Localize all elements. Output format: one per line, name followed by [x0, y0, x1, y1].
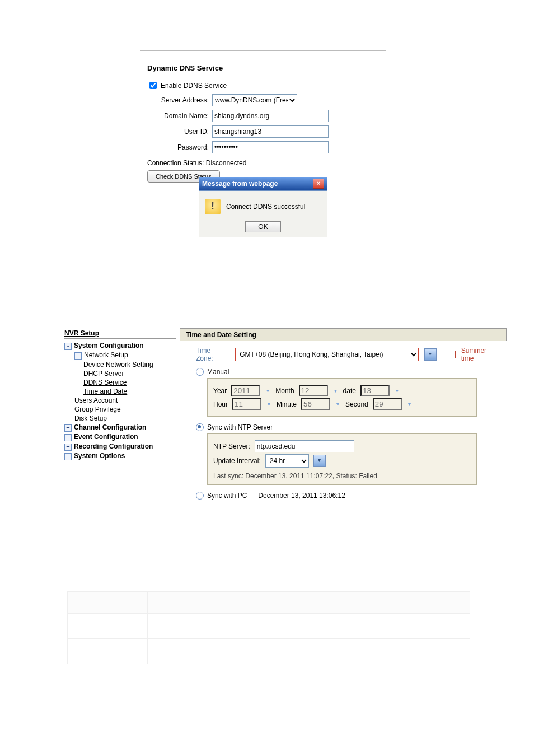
- manual-radio[interactable]: [196, 368, 204, 376]
- user-id-label: User ID:: [147, 128, 212, 136]
- chevron-down-icon[interactable]: ▾: [332, 388, 339, 394]
- nav-system-options[interactable]: System Options: [74, 452, 125, 460]
- ddns-panel: Dynamic DNS Service Enable DDNS Service …: [140, 57, 386, 261]
- nav-disk-setup[interactable]: Disk Setup: [74, 414, 107, 422]
- nav-device-network-setting[interactable]: Device Network Setting: [83, 361, 153, 368]
- dialog-title-text: Message from webpage: [202, 180, 278, 188]
- expand-icon[interactable]: +: [64, 434, 72, 441]
- password-label: Password:: [147, 143, 212, 151]
- second-label: Second: [345, 400, 368, 408]
- month-label: Month: [275, 387, 294, 395]
- nav-time-and-date[interactable]: Time and Date: [83, 388, 127, 395]
- year-input[interactable]: [231, 385, 260, 396]
- hour-label: Hour: [213, 400, 228, 408]
- month-input[interactable]: [299, 385, 328, 396]
- chevron-down-icon[interactable]: ▾: [424, 348, 437, 361]
- expand-icon[interactable]: +: [64, 444, 72, 451]
- chevron-down-icon[interactable]: ▾: [313, 455, 326, 467]
- time-date-panel: Time and Date Setting Time Zone: GMT+08 …: [180, 328, 507, 502]
- chevron-down-icon[interactable]: ▾: [265, 388, 271, 394]
- warning-icon: [205, 199, 221, 214]
- update-interval-select[interactable]: 24 hr: [265, 454, 309, 468]
- ntp-radio[interactable]: [196, 423, 204, 431]
- nav-group-privilege[interactable]: Group Privilege: [74, 405, 121, 413]
- ntp-server-label: NTP Server:: [213, 442, 250, 450]
- nvr-nav: NVR Setup -System Configuration -Network…: [64, 328, 180, 502]
- ntp-server-input[interactable]: [255, 440, 354, 452]
- ddns-container: Dynamic DNS Service Enable DDNS Service …: [140, 50, 386, 261]
- server-address-label: Server Address:: [147, 96, 212, 104]
- nvr-setup-container: NVR Setup -System Configuration -Network…: [64, 328, 507, 502]
- ddns-title: Dynamic DNS Service: [147, 64, 379, 72]
- dialog-close-icon[interactable]: ×: [313, 179, 324, 189]
- collapse-icon[interactable]: -: [74, 352, 82, 360]
- nav-recording-configuration[interactable]: Recording Configuration: [74, 442, 153, 450]
- collapse-icon[interactable]: -: [64, 343, 72, 350]
- chevron-down-icon[interactable]: ▾: [394, 388, 400, 394]
- date-input[interactable]: [360, 385, 390, 396]
- nav-ddns-service[interactable]: DDNS Service: [83, 379, 127, 386]
- connection-status-value: Disconnected: [206, 159, 247, 167]
- second-input[interactable]: [373, 398, 402, 410]
- sync-pc-radio[interactable]: [196, 492, 204, 500]
- ntp-label: Sync with NTP Server: [207, 423, 273, 431]
- timezone-select[interactable]: GMT+08 (Beijing, Hong Kong, Shanghai, Ta…: [235, 348, 419, 361]
- nav-system-configuration[interactable]: System Configuration: [74, 342, 144, 349]
- nav-network-setup[interactable]: Network Setup: [84, 351, 128, 359]
- nav-dhcp-server[interactable]: DHCP Server: [83, 370, 124, 377]
- domain-name-label: Domain Name:: [147, 112, 212, 120]
- minute-input[interactable]: [301, 398, 330, 410]
- nav-users-account[interactable]: Users Account: [74, 396, 118, 404]
- nav-channel-configuration[interactable]: Channel Configuration: [74, 423, 146, 431]
- date-label: date: [343, 387, 356, 395]
- ntp-box: NTP Server: Update Interval: 24 hr ▾ Las…: [207, 433, 477, 485]
- dialog-ok-button[interactable]: OK: [245, 221, 280, 232]
- faint-table: [67, 591, 470, 664]
- chevron-down-icon[interactable]: ▾: [406, 401, 413, 407]
- user-id-input[interactable]: [212, 125, 329, 138]
- manual-label: Manual: [207, 368, 229, 376]
- enable-ddns-label: Enable DDNS Service: [161, 82, 227, 90]
- hour-input[interactable]: [232, 398, 261, 410]
- year-label: Year: [213, 387, 227, 395]
- summer-time-label: Summer time: [461, 347, 501, 362]
- enable-ddns-checkbox[interactable]: [149, 82, 157, 89]
- enable-row: Enable DDNS Service: [147, 80, 379, 91]
- sync-pc-time: December 13, 2011 13:06:12: [258, 492, 345, 500]
- dialog-body: Connect DDNS successful OK: [199, 190, 327, 237]
- summer-time-checkbox[interactable]: [448, 351, 456, 358]
- server-address-select[interactable]: www.DynDNS.com (Free): [212, 94, 297, 106]
- expand-icon[interactable]: +: [64, 453, 72, 460]
- dialog-titlebar: Message from webpage ×: [199, 177, 327, 190]
- sync-pc-label: Sync with PC: [207, 492, 247, 500]
- connection-status-label: Connection Status:: [147, 159, 204, 167]
- update-interval-label: Update Interval:: [213, 457, 261, 465]
- manual-box: Year ▾ Month ▾ date ▾ Hour ▾ Minute ▾ Se…: [207, 378, 477, 417]
- time-date-title: Time and Date Setting: [180, 329, 507, 341]
- message-dialog: Message from webpage × Connect DDNS succ…: [199, 177, 327, 237]
- password-input[interactable]: [212, 141, 329, 153]
- domain-name-input[interactable]: [212, 110, 329, 122]
- connection-status-row: Connection Status: Disconnected: [147, 159, 379, 167]
- minute-label: Minute: [277, 400, 297, 408]
- nvr-nav-title: NVR Setup: [64, 329, 176, 339]
- last-sync-status: Last sync: December 13, 2011 11:07:22, S…: [213, 472, 471, 480]
- timezone-label: Time Zone:: [196, 347, 229, 362]
- expand-icon[interactable]: +: [64, 424, 72, 432]
- nav-event-configuration[interactable]: Event Configuration: [74, 433, 138, 441]
- dialog-message: Connect DDNS successful: [226, 203, 305, 211]
- chevron-down-icon[interactable]: ▾: [266, 401, 272, 407]
- chevron-down-icon[interactable]: ▾: [335, 401, 341, 407]
